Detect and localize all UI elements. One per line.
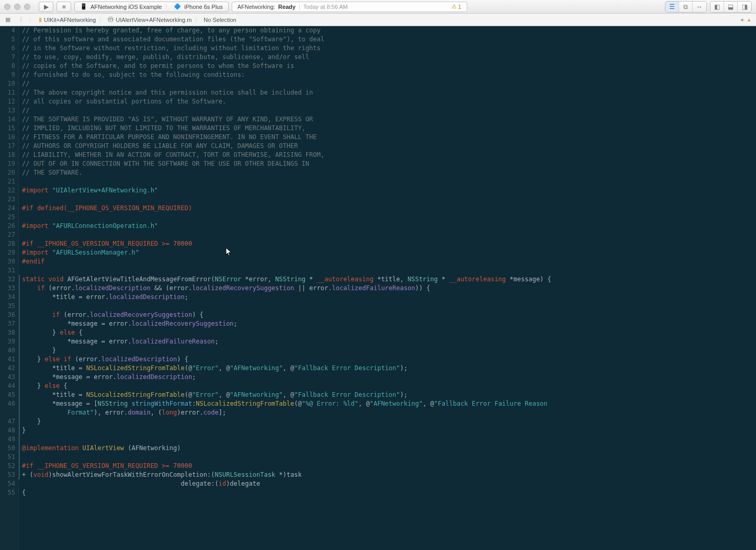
- line-number[interactable]: 46: [0, 399, 15, 408]
- forward-button[interactable]: 〉: [27, 15, 37, 25]
- line-number[interactable]: 14: [0, 115, 15, 124]
- line-number[interactable]: 9: [0, 71, 15, 79]
- line-number[interactable]: 49: [0, 435, 15, 444]
- related-items-button[interactable]: ▦: [3, 15, 13, 24]
- line-number[interactable]: 29: [0, 248, 15, 257]
- line-number[interactable]: 10: [0, 79, 15, 88]
- code-line[interactable]: [22, 453, 756, 462]
- line-number[interactable]: 36: [0, 311, 15, 319]
- zoom-dot[interactable]: [24, 4, 30, 10]
- line-number[interactable]: 42: [0, 364, 15, 373]
- line-number[interactable]: 38: [0, 328, 15, 337]
- line-number[interactable]: 34: [0, 293, 15, 302]
- code-line[interactable]: *title = NSLocalizedStringFromTable(@"Er…: [22, 391, 756, 399]
- line-number[interactable]: 33: [0, 284, 15, 293]
- code-line[interactable]: #import "UIAlertView+AFNetworking.h": [22, 186, 756, 195]
- code-line[interactable]: static void AFGetAlertViewTitleAndMessag…: [22, 275, 756, 284]
- code-line[interactable]: #import "AFURLConnectionOperation.h": [22, 222, 756, 231]
- code-line[interactable]: {: [22, 488, 756, 497]
- line-number[interactable]: [0, 408, 15, 417]
- code-line[interactable]: *title = NSLocalizedStringFromTable(@"Er…: [22, 364, 756, 373]
- code-line[interactable]: #if __IPHONE_OS_VERSION_MIN_REQUIRED >= …: [22, 462, 756, 471]
- code-line[interactable]: // The above copyright notice and this p…: [22, 88, 756, 97]
- source-editor[interactable]: 4567891011121314151617181920212223242526…: [0, 26, 756, 550]
- code-line[interactable]: #if defined(__IPHONE_OS_VERSION_MIN_REQU…: [22, 204, 756, 213]
- line-number[interactable]: 25: [0, 213, 15, 222]
- code-line[interactable]: [22, 435, 756, 444]
- jump-next-counterpart[interactable]: ▴: [746, 16, 753, 24]
- line-number[interactable]: 30: [0, 257, 15, 266]
- code-line[interactable]: [22, 195, 756, 204]
- code-line[interactable]: // IMPLIED, INCLUDING BUT NOT LIMITED TO…: [22, 124, 756, 133]
- line-number[interactable]: 52: [0, 462, 15, 471]
- code-line[interactable]: [22, 266, 756, 275]
- code-line[interactable]: [22, 302, 756, 311]
- scheme-selector[interactable]: 📱 AFNetworking iOS Example 〉 🔷 iPhone 6s…: [74, 2, 229, 12]
- line-number[interactable]: 11: [0, 88, 15, 97]
- code-line[interactable]: // to use, copy, modify, merge, publish,…: [22, 53, 756, 62]
- assistant-editor-button[interactable]: ⧉: [679, 2, 693, 12]
- code-line[interactable]: if (error.localizedRecoverySuggestion) {: [22, 311, 756, 319]
- code-line[interactable]: }: [22, 417, 756, 426]
- code-line[interactable]: *message = error.localizedDescription;: [22, 373, 756, 382]
- line-number[interactable]: 48: [0, 426, 15, 435]
- line-number[interactable]: 44: [0, 382, 15, 391]
- code-line[interactable]: @implementation UIAlertView (AFNetworkin…: [22, 444, 756, 453]
- line-number[interactable]: 15: [0, 124, 15, 133]
- code-line[interactable]: #import "AFURLSessionManager.h": [22, 248, 756, 257]
- code-line[interactable]: *message = error.localizedRecoverySugges…: [22, 319, 756, 328]
- standard-editor-button[interactable]: ☰: [665, 2, 679, 12]
- line-number[interactable]: 19: [0, 159, 15, 168]
- jump-item-group[interactable]: UIKit+AFNetworking: [44, 17, 96, 23]
- code-line[interactable]: }: [22, 346, 756, 355]
- code-line[interactable]: } else {: [22, 382, 756, 391]
- line-number[interactable]: 7: [0, 53, 15, 62]
- code-line[interactable]: // furnished to do so, subject to the fo…: [22, 71, 756, 79]
- line-number[interactable]: 12: [0, 97, 15, 106]
- line-number[interactable]: 47: [0, 417, 15, 426]
- code-area[interactable]: // Permission is hereby granted, free of…: [19, 26, 756, 550]
- line-number[interactable]: 5: [0, 35, 15, 44]
- code-line[interactable]: if (error.localizedDescription && (error…: [22, 284, 756, 293]
- jump-item-symbol[interactable]: No Selection: [204, 17, 236, 23]
- line-number[interactable]: 35: [0, 302, 15, 311]
- minimize-dot[interactable]: [14, 4, 20, 10]
- code-line[interactable]: [22, 231, 756, 239]
- line-gutter[interactable]: 4567891011121314151617181920212223242526…: [0, 26, 19, 550]
- code-line[interactable]: //: [22, 79, 756, 88]
- line-number[interactable]: 41: [0, 355, 15, 364]
- line-number[interactable]: 20: [0, 168, 15, 177]
- stop-button[interactable]: ■: [57, 2, 71, 12]
- code-line[interactable]: // copies of the Software, and to permit…: [22, 62, 756, 71]
- code-line[interactable]: // Permission is hereby granted, free of…: [22, 26, 756, 35]
- code-line[interactable]: // FITNESS FOR A PARTICULAR PURPOSE AND …: [22, 133, 756, 142]
- code-line[interactable]: #endif: [22, 257, 756, 266]
- line-number[interactable]: 18: [0, 151, 15, 159]
- line-number[interactable]: 43: [0, 373, 15, 382]
- code-line[interactable]: *message = error.localizedFailureReason;: [22, 337, 756, 346]
- code-line[interactable]: + (void)showAlertViewForTaskWithErrorOnC…: [22, 471, 756, 479]
- code-line[interactable]: *message = [NSString stringWithFormat:NS…: [22, 399, 756, 408]
- line-number[interactable]: 39: [0, 337, 15, 346]
- line-number[interactable]: 26: [0, 222, 15, 231]
- code-line[interactable]: Format"), error.domain, (long)error.code…: [22, 408, 756, 417]
- close-dot[interactable]: [4, 4, 10, 10]
- version-editor-button[interactable]: ↔: [693, 2, 706, 12]
- line-number[interactable]: 23: [0, 195, 15, 204]
- run-button[interactable]: ▶: [39, 2, 53, 12]
- code-line[interactable]: #if __IPHONE_OS_VERSION_MIN_REQUIRED >= …: [22, 239, 756, 248]
- line-number[interactable]: 27: [0, 231, 15, 239]
- code-line[interactable]: [22, 177, 756, 186]
- jump-prev-counterpart[interactable]: ◂: [738, 16, 746, 24]
- code-line[interactable]: } else {: [22, 328, 756, 337]
- jump-item-file[interactable]: UIAlertView+AFNetworking.m: [116, 17, 191, 23]
- toggle-utilities-button[interactable]: ◨: [738, 2, 751, 12]
- toggle-debug-button[interactable]: ⬓: [724, 2, 738, 12]
- code-line[interactable]: }: [22, 426, 756, 435]
- line-number[interactable]: 53: [0, 471, 15, 479]
- code-line[interactable]: // all copies or substantial portions of…: [22, 97, 756, 106]
- line-number[interactable]: 50: [0, 444, 15, 453]
- code-line[interactable]: // AUTHORS OR COPYRIGHT HOLDERS BE LIABL…: [22, 142, 756, 151]
- line-number[interactable]: 55: [0, 488, 15, 497]
- line-number[interactable]: 22: [0, 186, 15, 195]
